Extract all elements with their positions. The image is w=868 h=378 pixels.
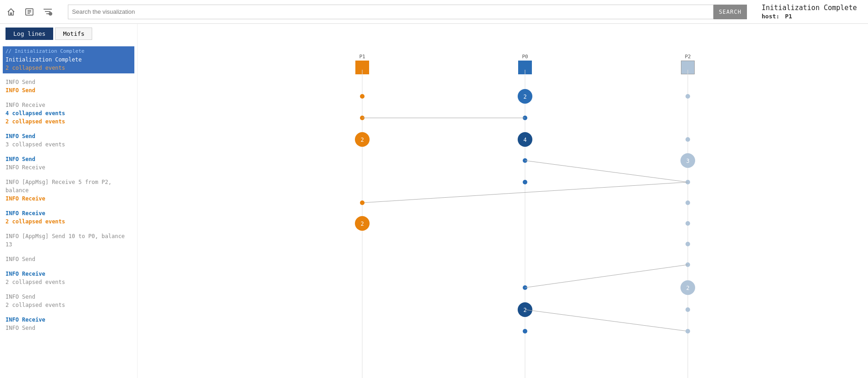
log-line: 2 collapsed events (6, 217, 132, 226)
log-line: INFO Send (6, 78, 132, 86)
list-item[interactable]: INFO [AppMsg] Send 10 to P0, balance 13 (6, 230, 132, 250)
svg-point-37 (686, 242, 690, 246)
svg-text:2: 2 (523, 94, 526, 100)
svg-point-15 (360, 94, 365, 99)
list-item[interactable]: INFO Send 3 collapsed events (6, 130, 132, 150)
log-line: 3 collapsed events (6, 140, 132, 149)
list-item[interactable]: INFO Send 2 collapsed events (6, 291, 132, 311)
log-line: 2 collapsed events (6, 278, 132, 286)
svg-text:2: 2 (360, 221, 364, 227)
init-complete-panel: Initialization Complete host: P1 (762, 4, 862, 20)
svg-text:2: 2 (686, 285, 689, 291)
log-line: INFO Send (6, 324, 132, 332)
host-line: host: P1 (762, 13, 862, 20)
tab-bar: Log lines Motifs (0, 24, 137, 44)
list-item[interactable]: INFO Send INFO Receive (6, 153, 132, 173)
vis-svg: 2 2 4 3 (138, 24, 868, 378)
nav-icons (6, 6, 53, 17)
svg-text:2: 2 (523, 307, 526, 313)
svg-point-29 (523, 180, 527, 184)
svg-point-32 (360, 200, 365, 205)
svg-point-36 (686, 221, 690, 226)
log-line: 4 collapsed events (6, 109, 132, 117)
log-line: // Initialization Complete (6, 48, 132, 56)
list-item[interactable]: INFO Receive INFO Send (6, 314, 132, 334)
log-line: INFO Receive (6, 209, 132, 217)
top-bar: SEARCH Initialization Complete host: P1 (0, 0, 868, 24)
svg-line-42 (525, 265, 688, 288)
init-complete-title: Initialization Complete (762, 4, 862, 12)
log-line: INFO Receive (6, 163, 132, 172)
log-line: 2 collapsed events (6, 301, 132, 309)
search-button[interactable]: SEARCH (713, 5, 747, 19)
list-item[interactable]: INFO Receive 2 collapsed events (6, 268, 132, 288)
log-line: INFO Receive (6, 270, 132, 278)
log-line: 2 collapsed events (6, 64, 132, 72)
main-content: Log lines Motifs // Initialization Compl… (0, 24, 868, 378)
svg-point-48 (686, 329, 690, 334)
visualization: P1 P0 P2 2 (138, 24, 868, 378)
list-icon[interactable] (24, 6, 35, 17)
tab-log-lines[interactable]: Log lines (6, 28, 53, 40)
log-line: INFO Receive (6, 316, 132, 324)
svg-point-33 (686, 200, 690, 205)
list-item[interactable]: // Initialization Complete Initializatio… (3, 46, 134, 73)
log-line: 2 collapsed events (6, 117, 132, 126)
log-line: INFO [AppMsg] Send 10 to P0, balance 13 (6, 232, 132, 249)
left-panel: Log lines Motifs // Initialization Compl… (0, 24, 138, 378)
svg-point-24 (686, 137, 690, 142)
search-area: SEARCH (68, 5, 747, 19)
host-label: host: (762, 13, 780, 20)
svg-text:2: 2 (360, 137, 364, 143)
log-line: INFO Send (6, 132, 132, 140)
home-icon[interactable] (6, 6, 17, 17)
svg-line-46 (525, 310, 688, 331)
log-line: INFO Receive (6, 195, 132, 203)
log-line: INFO Receive (6, 101, 132, 109)
list-item[interactable]: INFO [AppMsg] Receive 5 from P2, balance… (6, 176, 132, 205)
tab-motifs[interactable]: Motifs (55, 28, 92, 40)
log-line: Initialization Complete (6, 56, 132, 64)
log-line: INFO Send (6, 255, 132, 263)
svg-text:3: 3 (686, 158, 689, 164)
host-value: P1 (785, 13, 792, 20)
svg-point-45 (686, 307, 690, 312)
svg-point-16 (686, 94, 690, 99)
svg-text:4: 4 (523, 137, 526, 143)
svg-point-47 (523, 329, 527, 334)
list-item[interactable]: INFO Send INFO Send (6, 76, 132, 96)
list-item[interactable]: INFO Send (6, 253, 132, 265)
log-list: // Initialization Complete Initializatio… (0, 44, 137, 336)
log-line: INFO Send (6, 293, 132, 301)
list-item[interactable]: INFO Receive 4 collapsed events 2 collap… (6, 99, 132, 128)
log-line: INFO Send (6, 155, 132, 163)
search-input[interactable] (68, 5, 713, 19)
list-item[interactable]: INFO Receive 2 collapsed events (6, 207, 132, 228)
filter-icon[interactable] (42, 6, 53, 17)
log-line: INFO [AppMsg] Receive 5 from P2, balance (6, 178, 132, 195)
log-line: INFO Send (6, 86, 132, 94)
svg-line-28 (525, 161, 688, 182)
